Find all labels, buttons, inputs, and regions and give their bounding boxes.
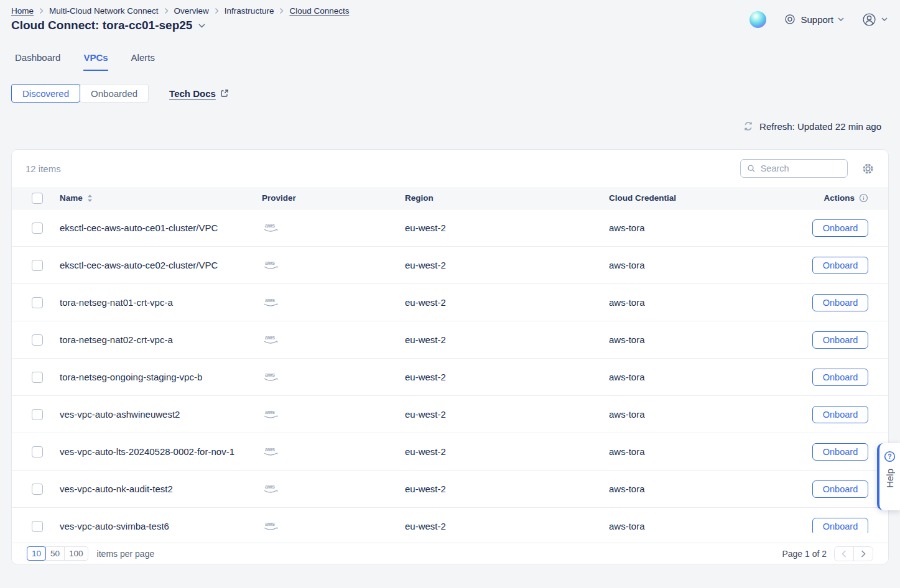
row-name: ves-vpc-auto-svimba-test6 <box>60 521 262 531</box>
row-checkbox[interactable] <box>32 372 43 383</box>
table-row: tora-netseg-nat02-crt-vpc-a aws eu-west-… <box>12 321 888 359</box>
row-region: eu-west-2 <box>405 223 609 233</box>
refresh-control[interactable]: Refresh: Updated 22 min ago <box>743 121 881 132</box>
row-credential: aws-tora <box>609 446 812 457</box>
discovered-toggle[interactable]: Discovered <box>11 84 80 103</box>
onboard-button[interactable]: Onboard <box>812 294 868 311</box>
row-name: ves-vpc-auto-lts-20240528-0002-for-nov-1 <box>60 446 262 457</box>
page-indicator: Page 1 of 2 <box>782 549 827 559</box>
onboarded-toggle[interactable]: Onboarded <box>80 84 149 103</box>
tab-alerts[interactable]: Alerts <box>131 52 155 71</box>
tab-dashboard[interactable]: Dashboard <box>15 52 60 71</box>
table-footer: 10 50 100 items per page Page 1 of 2 <box>12 543 888 564</box>
support-menu[interactable]: Support <box>784 13 844 25</box>
chevron-down-icon[interactable] <box>198 24 205 28</box>
search-input[interactable] <box>761 163 841 173</box>
previous-page-button[interactable] <box>834 546 854 561</box>
aws-icon: aws <box>262 483 279 495</box>
row-checkbox[interactable] <box>32 334 43 346</box>
page-size-100[interactable]: 100 <box>64 546 88 561</box>
search-box <box>740 159 848 178</box>
breadcrumb-item-overview[interactable]: Overview <box>174 6 209 16</box>
table-row: ves-vpc-auto-lts-20240528-0002-for-nov-1… <box>12 433 888 471</box>
column-header-region: Region <box>405 193 609 203</box>
svg-text:aws: aws <box>265 446 275 452</box>
svg-text:aws: aws <box>265 260 275 266</box>
onboard-button[interactable]: Onboard <box>812 369 868 386</box>
support-label: Support <box>800 14 833 25</box>
row-checkbox[interactable] <box>32 297 43 308</box>
next-page-button[interactable] <box>853 546 873 561</box>
onboard-button[interactable]: Onboard <box>812 480 868 498</box>
row-checkbox[interactable] <box>32 223 43 234</box>
row-region: eu-west-2 <box>405 260 609 270</box>
onboard-button[interactable]: Onboard <box>812 219 868 237</box>
info-icon[interactable] <box>859 193 868 203</box>
table-body: eksctl-cec-aws-auto-ce01-cluster/VPC aws… <box>12 209 888 533</box>
tab-vpcs[interactable]: VPCs <box>83 52 108 71</box>
account-menu[interactable] <box>861 12 888 27</box>
svg-text:aws: aws <box>265 223 275 229</box>
row-checkbox[interactable] <box>32 409 43 420</box>
table-row: ves-vpc-auto-nk-audit-test2 aws eu-west-… <box>12 471 888 508</box>
row-provider: aws <box>262 483 405 495</box>
row-region: eu-west-2 <box>405 297 609 308</box>
svg-text:aws: aws <box>265 297 275 303</box>
life-ring-icon <box>784 13 796 25</box>
aws-icon: aws <box>262 371 279 383</box>
svg-text:aws: aws <box>265 334 275 341</box>
row-provider: aws <box>262 334 405 346</box>
breadcrumb-item-cloud-connects[interactable]: Cloud Connects <box>289 6 349 16</box>
tech-docs-link[interactable]: Tech Docs <box>169 88 229 99</box>
page-title: Cloud Connect: tora-cc01-sep25 <box>11 19 192 32</box>
onboard-button[interactable]: Onboard <box>812 257 868 274</box>
row-checkbox[interactable] <box>32 260 43 271</box>
table-row: tora-netseg-nat01-crt-vpc-a aws eu-west-… <box>12 284 888 321</box>
column-header-name[interactable]: Name <box>60 193 262 203</box>
aws-icon: aws <box>262 296 279 308</box>
breadcrumb: Home Multi-Cloud Network Connect Overvie… <box>11 6 349 16</box>
svg-text:aws: aws <box>265 372 275 378</box>
aws-icon: aws <box>262 446 279 457</box>
tab-bar: Dashboard VPCs Alerts <box>15 52 155 71</box>
refresh-label: Refresh: Updated 22 min ago <box>759 121 881 132</box>
page-size-50[interactable]: 50 <box>45 546 65 561</box>
page-size-10[interactable]: 10 <box>27 546 46 561</box>
table-row: eksctl-cec-aws-auto-ce01-cluster/VPC aws… <box>12 209 888 247</box>
onboard-button[interactable]: Onboard <box>812 406 868 423</box>
select-all-checkbox[interactable] <box>32 193 43 204</box>
breadcrumb-item-home[interactable]: Home <box>11 6 34 16</box>
row-provider: aws <box>262 520 405 532</box>
row-name: ves-vpc-auto-ashwineuwest2 <box>60 409 262 420</box>
table-row: tora-netseg-ongoing-staging-vpc-b aws eu… <box>12 359 888 396</box>
aws-icon: aws <box>262 259 279 271</box>
items-per-page-label: items per page <box>97 549 155 559</box>
breadcrumb-item-mcn[interactable]: Multi-Cloud Network Connect <box>49 6 159 16</box>
items-count: 12 items <box>26 163 61 174</box>
row-checkbox[interactable] <box>32 484 43 495</box>
table-row: eksctl-cec-aws-auto-ce02-cluster/VPC aws… <box>12 247 888 284</box>
row-provider: aws <box>262 296 405 308</box>
aws-icon: aws <box>262 334 279 346</box>
row-checkbox[interactable] <box>32 446 43 457</box>
breadcrumb-item-infrastructure[interactable]: Infrastructure <box>225 6 274 16</box>
help-tab[interactable]: ? Help <box>877 443 900 510</box>
row-region: eu-west-2 <box>405 372 609 382</box>
brand-logo <box>749 11 766 28</box>
help-question-icon: ? <box>884 451 896 462</box>
table-settings-button[interactable] <box>861 162 874 175</box>
svg-text:aws: aws <box>265 521 275 527</box>
chevron-right-icon <box>164 7 169 14</box>
row-provider: aws <box>262 222 405 234</box>
chevron-right-icon <box>861 550 866 558</box>
onboard-button[interactable]: Onboard <box>812 518 868 533</box>
onboard-button[interactable]: Onboard <box>812 331 868 349</box>
row-provider: aws <box>262 408 405 420</box>
row-credential: aws-tora <box>609 260 812 270</box>
column-header-provider: Provider <box>262 193 405 203</box>
vpc-table-card: 12 items Name Pro <box>11 149 889 564</box>
onboard-button[interactable]: Onboard <box>812 443 868 461</box>
row-provider: aws <box>262 259 405 271</box>
row-checkbox[interactable] <box>32 521 43 532</box>
column-header-cloud-credential: Cloud Credential <box>609 193 823 203</box>
